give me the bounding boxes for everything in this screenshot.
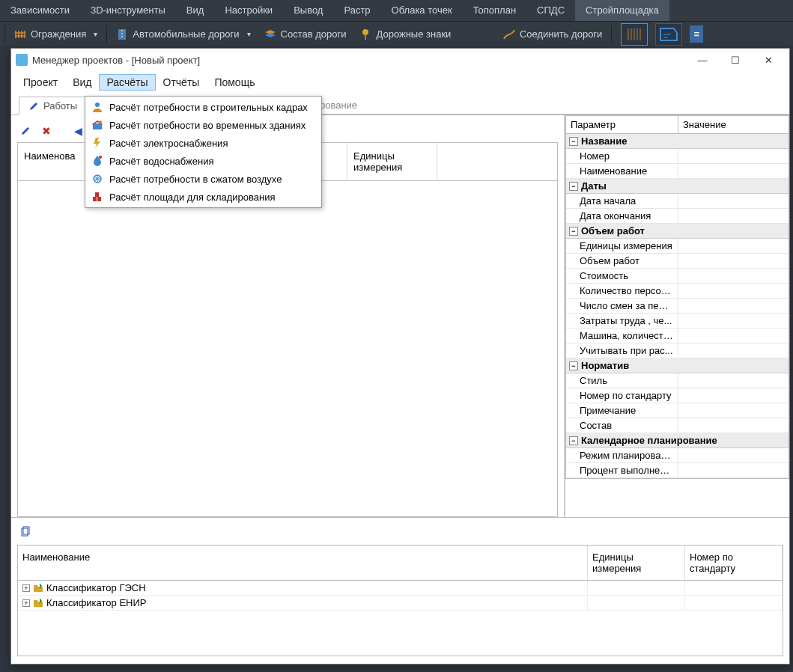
- calc-temp-buildings[interactable]: Расчёт потребности во временных зданиях: [85, 116, 321, 134]
- calc-electricity[interactable]: Расчёт электроснабжения: [85, 134, 321, 152]
- prop-value[interactable]: [678, 149, 789, 163]
- prop-row[interactable]: Дата окончания: [566, 209, 789, 224]
- prop-name: Номер по стандарту: [566, 388, 678, 403]
- menu-dependencies[interactable]: Зависимости: [0, 0, 80, 21]
- prop-row[interactable]: Процент выполнения: [566, 463, 789, 478]
- collapse-icon[interactable]: −: [569, 436, 578, 445]
- prop-row[interactable]: Номер по стандарту: [566, 388, 789, 403]
- prop-value[interactable]: [678, 164, 789, 178]
- back-button[interactable]: ◀: [70, 123, 86, 139]
- menu-pointclouds[interactable]: Облака точек: [381, 0, 463, 21]
- menu-construction-site[interactable]: Стройплощадка: [575, 0, 669, 21]
- collapse-icon[interactable]: −: [569, 182, 578, 191]
- prop-row[interactable]: Дата начала: [566, 194, 789, 209]
- storage-icon: [91, 191, 103, 203]
- prop-group[interactable]: −Норматив: [566, 358, 789, 373]
- propcol-value[interactable]: Значение: [678, 116, 731, 133]
- prop-group[interactable]: −Даты: [566, 179, 789, 194]
- prop-value[interactable]: [678, 209, 789, 223]
- prop-value[interactable]: [678, 314, 789, 328]
- prop-value[interactable]: [678, 299, 789, 313]
- ribbon-roads[interactable]: Автомобильные дороги: [110, 25, 256, 43]
- menu2-help[interactable]: Помощь: [207, 74, 262, 91]
- prop-row[interactable]: Стиль: [566, 373, 789, 388]
- calc-water[interactable]: Расчёт водоснабжения: [85, 152, 321, 170]
- prop-row[interactable]: Режим планирования: [566, 448, 789, 463]
- prop-row[interactable]: Количество персон...: [566, 284, 789, 299]
- prop-value[interactable]: [678, 418, 789, 433]
- prop-value[interactable]: [678, 284, 789, 298]
- prop-value[interactable]: [678, 463, 789, 477]
- prop-row[interactable]: Стоимость: [566, 269, 789, 284]
- bcol-name[interactable]: Наименование: [18, 546, 588, 580]
- prop-value[interactable]: [678, 403, 789, 418]
- bcol-standard[interactable]: Номер по стандарту: [685, 546, 783, 580]
- prop-value[interactable]: [678, 254, 789, 268]
- menu2-calculations[interactable]: Расчёты: [99, 74, 155, 91]
- menu-view[interactable]: Вид: [176, 0, 215, 21]
- road-icon: [116, 28, 128, 40]
- prop-row[interactable]: Номер: [566, 149, 789, 164]
- maximize-button[interactable]: ☐: [719, 49, 752, 70]
- classifier-row[interactable]: + Классификатор ГЭСН: [18, 581, 783, 596]
- prop-value[interactable]: [678, 194, 789, 208]
- prop-row[interactable]: Число смен за пери...: [566, 299, 789, 314]
- menu-3d-tools[interactable]: 3D-инструменты: [80, 0, 176, 21]
- calc-storage-area[interactable]: Расчёт площади для складирования: [85, 188, 321, 206]
- close-button[interactable]: ✕: [752, 49, 785, 70]
- menu-topoplan[interactable]: Топоплан: [463, 0, 526, 21]
- collapse-icon[interactable]: −: [569, 227, 578, 236]
- prop-row[interactable]: Объем работ: [566, 254, 789, 269]
- classifier-row[interactable]: + Классификатор ЕНИР: [18, 596, 783, 611]
- collapse-icon[interactable]: −: [569, 137, 578, 146]
- col-units[interactable]: Единицы измерения: [347, 143, 437, 180]
- delete-button[interactable]: ✖: [38, 123, 55, 139]
- ribbon-largebtn-1[interactable]: [621, 23, 648, 46]
- prop-value[interactable]: [678, 343, 789, 358]
- minimize-button[interactable]: ―: [686, 49, 719, 70]
- collapse-icon[interactable]: −: [569, 361, 578, 370]
- expand-icon[interactable]: +: [22, 584, 30, 592]
- prop-value[interactable]: [678, 329, 789, 343]
- prop-value[interactable]: [678, 448, 789, 462]
- calc-construction-staff[interactable]: Расчёт потребности в строительных кадрах: [85, 98, 321, 116]
- menu2-reports[interactable]: Отчёты: [156, 74, 207, 91]
- prop-row[interactable]: Примечание: [566, 403, 789, 418]
- prop-group[interactable]: −Название: [566, 134, 789, 149]
- ribbon-fences[interactable]: Ограждения: [8, 25, 103, 43]
- menu-settings[interactable]: Настройки: [214, 0, 283, 21]
- dropdown-item-label: Расчёт водоснабжения: [109, 156, 214, 167]
- expand-icon[interactable]: +: [22, 599, 30, 607]
- ribbon-connect-roads[interactable]: Соединить дороги: [497, 25, 608, 43]
- prop-value[interactable]: [678, 388, 789, 403]
- propcol-parameter[interactable]: Параметр: [566, 116, 678, 133]
- edit-button[interactable]: [17, 123, 34, 139]
- prop-row[interactable]: Наименование: [566, 164, 789, 179]
- bcol-units[interactable]: Единицы измерения: [588, 546, 685, 580]
- window-menubar: Проект Вид Расчёты Отчёты Помощь: [11, 71, 789, 94]
- prop-row[interactable]: Машина, количеств...: [566, 329, 789, 343]
- menu-spds[interactable]: СПДС: [526, 0, 575, 21]
- prop-value[interactable]: [678, 269, 789, 283]
- prop-row[interactable]: Затраты труда , че...: [566, 314, 789, 329]
- menu-raster[interactable]: Растр: [333, 0, 380, 21]
- ribbon-road-signs[interactable]: Дорожные знаки: [353, 25, 457, 43]
- prop-value[interactable]: [678, 239, 789, 253]
- ribbon-largebtn-2[interactable]: [655, 23, 682, 46]
- tab-works[interactable]: Работы: [19, 97, 87, 115]
- prop-group[interactable]: −Объем работ: [566, 224, 789, 239]
- copy-button[interactable]: [17, 524, 34, 540]
- staff-icon: [91, 101, 103, 113]
- menu-output[interactable]: Вывод: [283, 0, 333, 21]
- ribbon-panel-toggle[interactable]: ≡: [690, 25, 703, 43]
- ribbon-road-composition[interactable]: Состав дороги: [258, 25, 353, 43]
- prop-group[interactable]: −Календарное планирование: [566, 433, 789, 448]
- prop-row[interactable]: Единицы измерения: [566, 239, 789, 254]
- svg-rect-2: [365, 34, 366, 40]
- prop-value[interactable]: [678, 373, 789, 388]
- calc-compressed-air[interactable]: Расчёт потребности в сжатом воздухе: [85, 170, 321, 188]
- prop-row[interactable]: Состав: [566, 418, 789, 433]
- menu2-view[interactable]: Вид: [65, 74, 99, 91]
- menu2-project[interactable]: Проект: [16, 74, 65, 91]
- prop-row[interactable]: Учитывать при рас...: [566, 343, 789, 358]
